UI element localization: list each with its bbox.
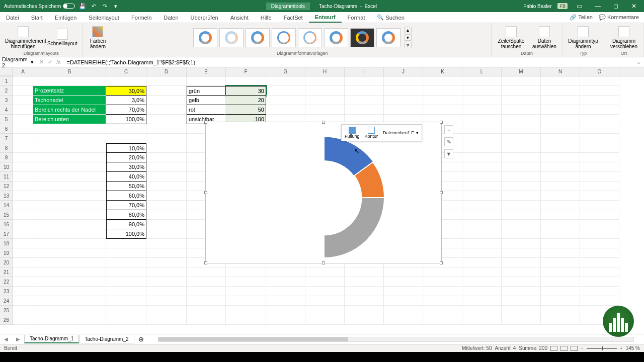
cell-N20[interactable] — [541, 258, 580, 267]
chart-slice-rot[interactable] — [324, 198, 384, 258]
cell-F21[interactable] — [226, 267, 266, 277]
cell-K23[interactable] — [423, 287, 462, 296]
cell-D22[interactable] — [146, 277, 187, 287]
cell-M21[interactable] — [502, 267, 541, 277]
cell-A19[interactable] — [13, 248, 33, 258]
cell-D6[interactable] — [146, 124, 187, 134]
sheet-nav-next[interactable]: ▶ — [12, 336, 24, 342]
cell-B22[interactable] — [33, 277, 106, 287]
cell-C4[interactable]: 70,0% — [106, 105, 146, 115]
cell-C3[interactable]: 3,0% — [106, 96, 146, 105]
cell-B13[interactable] — [33, 191, 106, 201]
cell-G22[interactable] — [266, 277, 305, 287]
cell-B4[interactable]: Bereich rechts der Nadel — [33, 105, 106, 115]
cell-C22[interactable] — [106, 277, 146, 287]
cell-C15[interactable]: 80,0% — [106, 210, 146, 220]
col-header-D[interactable]: D — [146, 67, 187, 76]
zoom-in-button[interactable]: + — [620, 345, 623, 351]
cell-B7[interactable] — [33, 134, 106, 143]
tab-start[interactable]: Start — [25, 12, 49, 23]
fx-icon[interactable]: fx — [56, 59, 61, 65]
cell-I21[interactable] — [345, 267, 384, 277]
cell-N17[interactable] — [541, 229, 580, 239]
change-colors-button[interactable]: Farben ändern — [86, 25, 110, 50]
cell-N9[interactable] — [541, 153, 580, 162]
row-header[interactable]: 5 — [0, 115, 13, 124]
cell-A12[interactable] — [13, 182, 33, 191]
cell-N15[interactable] — [541, 210, 580, 220]
page-layout-view-icon[interactable] — [560, 346, 568, 351]
cell-H24[interactable] — [305, 296, 345, 306]
cell-M7[interactable] — [502, 134, 541, 143]
cell-J2[interactable] — [384, 86, 423, 96]
cell-K25[interactable] — [423, 306, 462, 315]
cell-C9[interactable]: 20,0% — [106, 153, 146, 162]
cell-G25[interactable] — [266, 306, 305, 315]
row-header[interactable]: 25 — [0, 306, 13, 315]
formula-input[interactable]: =DATENREIHE(;;'Tacho-Diagramm_1'!$F$2:$F… — [64, 59, 633, 65]
cell-I3[interactable] — [345, 96, 384, 105]
cell-C21[interactable] — [106, 267, 146, 277]
tab-datei[interactable]: Datei — [0, 12, 25, 23]
col-header-G[interactable]: G — [266, 67, 305, 76]
cell-O7[interactable] — [580, 134, 619, 143]
cell-D17[interactable] — [146, 229, 187, 239]
cell-A5[interactable] — [13, 115, 33, 124]
cell-D8[interactable] — [146, 143, 187, 153]
row-header[interactable]: 4 — [0, 105, 13, 115]
cell-K24[interactable] — [423, 296, 462, 306]
cell-D19[interactable] — [146, 248, 187, 258]
cell-I4[interactable] — [345, 105, 384, 115]
row-header[interactable]: 1 — [0, 76, 13, 86]
cell-B19[interactable] — [33, 248, 106, 258]
cell-N25[interactable] — [541, 306, 580, 315]
cell-F22[interactable] — [226, 277, 266, 287]
cell-O20[interactable] — [580, 258, 619, 267]
col-header-A[interactable]: A — [13, 67, 33, 76]
cell-O11[interactable] — [580, 172, 619, 182]
cell-C2[interactable]: 30,0% — [106, 86, 146, 96]
cell-L22[interactable] — [462, 277, 502, 287]
comments-button[interactable]: 💬 Kommentare — [599, 14, 639, 21]
row-header[interactable]: 11 — [0, 172, 13, 182]
cell-H22[interactable] — [305, 277, 345, 287]
cell-L15[interactable] — [462, 210, 502, 220]
cell-A1[interactable] — [13, 76, 33, 86]
row-header[interactable]: 8 — [0, 143, 13, 153]
cell-C1[interactable] — [106, 76, 146, 86]
cell-K1[interactable] — [423, 76, 462, 86]
cell-A2[interactable] — [13, 86, 33, 96]
cell-A3[interactable] — [13, 96, 33, 105]
tab-suchen[interactable]: 🔍 Suchen — [371, 12, 410, 23]
cell-J23[interactable] — [384, 287, 423, 296]
cell-H1[interactable] — [305, 76, 345, 86]
cell-A25[interactable] — [13, 306, 33, 315]
zoom-out-button[interactable]: − — [581, 345, 584, 351]
cell-D1[interactable] — [146, 76, 187, 86]
cell-E3[interactable]: gelb — [187, 96, 226, 105]
cell-N22[interactable] — [541, 277, 580, 287]
select-data-button[interactable]: Daten auswählen — [530, 25, 559, 50]
cell-A15[interactable] — [13, 210, 33, 220]
cell-K22[interactable] — [423, 277, 462, 287]
cell-L4[interactable] — [462, 105, 502, 115]
cell-J22[interactable] — [384, 277, 423, 287]
cell-I2[interactable] — [345, 86, 384, 96]
cell-A22[interactable] — [13, 277, 33, 287]
tab-daten[interactable]: Daten — [157, 12, 184, 23]
chart-style-4[interactable] — [272, 28, 296, 47]
cell-O1[interactable] — [580, 76, 619, 86]
styles-scroll-up-icon[interactable]: ▴ — [405, 27, 412, 33]
cell-M26[interactable] — [502, 315, 541, 325]
cell-L17[interactable] — [462, 229, 502, 239]
cell-E25[interactable] — [187, 306, 226, 315]
cell-D18[interactable] — [146, 239, 187, 248]
cell-D9[interactable] — [146, 153, 187, 162]
row-header[interactable]: 22 — [0, 277, 13, 287]
cell-F4[interactable]: 50 — [226, 105, 266, 115]
col-header-J[interactable]: J — [384, 67, 423, 76]
cell-N18[interactable] — [541, 239, 580, 248]
cell-B18[interactable] — [33, 239, 106, 248]
cell-J1[interactable] — [384, 76, 423, 86]
tab-formeln[interactable]: Formeln — [125, 12, 157, 23]
